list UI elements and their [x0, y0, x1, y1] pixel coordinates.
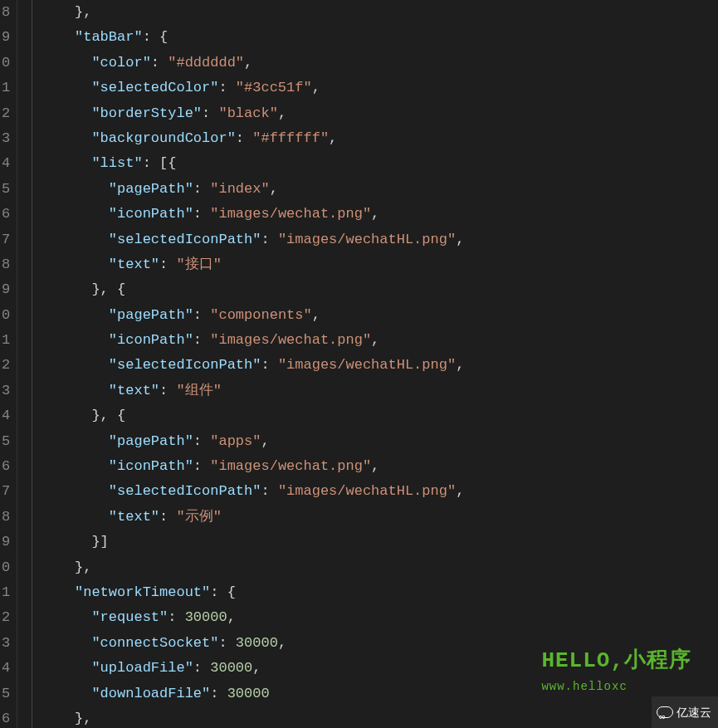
code-line[interactable]: "networkTimeout": { — [41, 580, 464, 605]
watermark-url: www.helloxc — [541, 674, 691, 699]
line-number: 8 — [2, 0, 10, 25]
watermark-badge: 亿速云 — [652, 696, 718, 728]
code-line[interactable]: "color": "#dddddd", — [41, 51, 464, 76]
watermark-title: HELLO,小程序 — [541, 648, 691, 673]
code-line[interactable]: "request": 30000, — [41, 605, 464, 630]
code-editor-content[interactable]: }, "tabBar": { "color": "#dddddd", "sele… — [32, 0, 464, 728]
code-line[interactable]: }, { — [41, 277, 464, 302]
code-line[interactable]: "pagePath": "index", — [41, 177, 464, 202]
line-number: 5 — [2, 177, 10, 202]
code-line[interactable]: "connectSocket": 30000, — [41, 631, 464, 656]
line-number: 0 — [2, 51, 10, 76]
line-number: 2 — [2, 605, 10, 630]
line-number: 5 — [2, 682, 10, 706]
code-line[interactable]: "uploadFile": 30000, — [41, 656, 464, 681]
line-number: 4 — [2, 656, 10, 681]
line-number: 4 — [2, 151, 10, 176]
code-line[interactable]: }, — [41, 555, 464, 580]
code-line[interactable]: "pagePath": "components", — [41, 303, 464, 328]
line-number-gutter: 890123456789012345678901234567 — [0, 0, 17, 728]
line-number: 5 — [2, 429, 10, 454]
code-line[interactable]: "selectedIconPath": "images/wechatHL.png… — [41, 227, 464, 252]
code-line[interactable]: "tabBar": { — [41, 25, 464, 50]
code-line[interactable]: "selectedIconPath": "images/wechatHL.png… — [41, 479, 464, 504]
watermark-hello: HELLO,小程序 www.helloxc — [541, 648, 691, 699]
code-line[interactable]: "backgroundColor": "#ffffff", — [41, 126, 464, 151]
line-number: 7 — [2, 479, 10, 504]
line-number: 1 — [2, 580, 10, 605]
line-number: 3 — [2, 126, 10, 151]
code-line[interactable]: "iconPath": "images/wechat.png", — [41, 202, 464, 227]
line-number: 3 — [2, 379, 10, 403]
code-line[interactable]: "text": "接口" — [41, 252, 464, 277]
line-number: 2 — [2, 353, 10, 378]
code-line[interactable]: }] — [41, 530, 464, 555]
line-number: 3 — [2, 631, 10, 656]
line-number: 0 — [2, 555, 10, 580]
code-line[interactable]: "iconPath": "images/wechat.png", — [41, 454, 464, 479]
line-number: 7 — [2, 227, 10, 252]
code-line[interactable]: "iconPath": "images/wechat.png", — [41, 328, 464, 353]
code-line[interactable]: "text": "组件" — [41, 379, 464, 403]
code-line[interactable]: "selectedColor": "#3cc51f", — [41, 76, 464, 100]
code-line[interactable]: }, { — [41, 403, 464, 428]
cloud-icon — [657, 706, 673, 718]
code-line[interactable]: "borderStyle": "black", — [41, 101, 464, 126]
fold-margin — [17, 0, 32, 728]
line-number: 8 — [2, 252, 10, 277]
code-line[interactable]: "downloadFile": 30000 — [41, 682, 464, 706]
line-number: 0 — [2, 303, 10, 328]
line-number: 9 — [2, 530, 10, 555]
line-number: 6 — [2, 202, 10, 227]
code-line[interactable]: }, — [41, 706, 464, 728]
code-line[interactable]: "selectedIconPath": "images/wechatHL.png… — [41, 353, 464, 378]
line-number: 9 — [2, 25, 10, 50]
watermark-badge-text: 亿速云 — [676, 700, 711, 725]
line-number: 4 — [2, 403, 10, 428]
code-line[interactable]: "text": "示例" — [41, 505, 464, 530]
line-number: 2 — [2, 101, 10, 126]
code-line[interactable]: "list": [{ — [41, 151, 464, 176]
line-number: 8 — [2, 505, 10, 530]
code-line[interactable]: }, — [41, 0, 464, 25]
line-number: 6 — [2, 706, 10, 728]
code-line[interactable]: "pagePath": "apps", — [41, 429, 464, 454]
line-number: 1 — [2, 328, 10, 353]
line-number: 1 — [2, 76, 10, 100]
line-number: 6 — [2, 454, 10, 479]
line-number: 9 — [2, 277, 10, 302]
